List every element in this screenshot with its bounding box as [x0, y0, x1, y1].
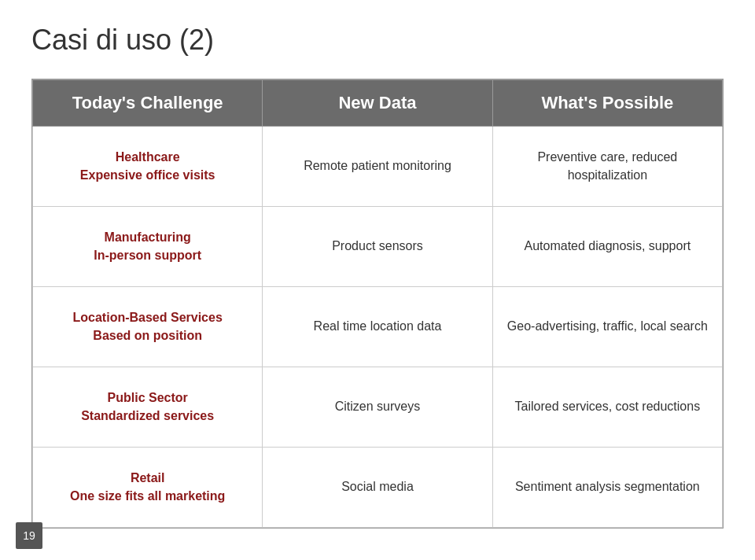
new-data-cell: Product sensors [263, 207, 492, 287]
table-row: Retail One size fits all marketingSocial… [33, 448, 723, 528]
table-wrapper: Today's Challenge New Data What's Possib… [31, 79, 724, 529]
page-container: Casi di uso (2) Today's Challenge New Da… [0, 0, 755, 560]
new-data-cell: Citizen surveys [263, 367, 492, 448]
challenge-cell: Manufacturing In-person support [33, 207, 263, 287]
possible-cell: Tailored services, cost reductions [492, 367, 722, 448]
page-title: Casi di uso (2) [31, 24, 724, 57]
table-row: Healthcare Expensive office visitsRemote… [33, 127, 723, 207]
table-row: Location-Based Services Based on positio… [33, 287, 723, 367]
table-row: Manufacturing In-person supportProduct s… [33, 207, 723, 287]
challenge-cell: Healthcare Expensive office visits [33, 127, 263, 207]
new-data-cell: Remote patient monitoring [263, 127, 492, 207]
possible-cell: Sentiment analysis segmentation [492, 448, 722, 528]
possible-cell: Preventive care, reduced hospitalization [492, 127, 722, 207]
challenge-cell: Retail One size fits all marketing [33, 448, 263, 528]
possible-cell: Geo-advertising, traffic, local search [492, 287, 722, 367]
possible-cell: Automated diagnosis, support [492, 207, 722, 287]
table-row: Public Sector Standardized servicesCitiz… [33, 367, 723, 448]
challenge-cell: Location-Based Services Based on positio… [33, 287, 263, 367]
col-header-possible: What's Possible [492, 80, 722, 127]
use-cases-table: Today's Challenge New Data What's Possib… [32, 79, 723, 528]
table-header-row: Today's Challenge New Data What's Possib… [33, 80, 723, 127]
col-header-newdata: New Data [263, 80, 492, 127]
challenge-cell: Public Sector Standardized services [33, 367, 263, 448]
new-data-cell: Real time location data [263, 287, 492, 367]
new-data-cell: Social media [263, 448, 492, 528]
col-header-challenge: Today's Challenge [33, 80, 263, 127]
page-number: 19 [16, 522, 42, 549]
